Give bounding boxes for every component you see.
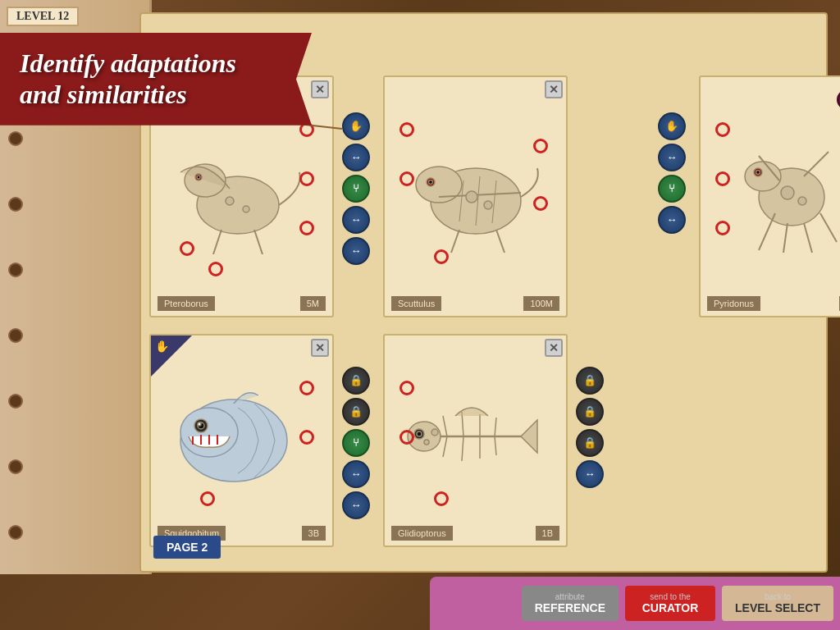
level-label: LEVEL (16, 10, 55, 22)
svg-line-57 (443, 416, 447, 436)
level-select-button[interactable]: back to LEVEL SELECT (722, 586, 833, 621)
svg-line-18 (254, 230, 262, 254)
connection-point[interactable] (715, 171, 730, 186)
connector-arrow-btn-2[interactable]: ↔ (342, 206, 370, 234)
svg-point-44 (798, 197, 806, 205)
notebook-hole (8, 262, 23, 277)
svg-line-40 (820, 213, 837, 242)
svg-point-19 (226, 197, 234, 205)
svg-line-37 (759, 213, 775, 250)
notebook-hole (8, 394, 23, 409)
svg-line-58 (443, 436, 447, 457)
connection-point[interactable] (299, 430, 314, 445)
creature-card-pyridonus: ✕ ✋ (699, 75, 840, 317)
connector-arrow-btn-4[interactable]: ↔ (658, 144, 686, 171)
connection-point[interactable] (180, 241, 194, 256)
connection-point[interactable] (715, 122, 730, 137)
pyridonus-image (709, 94, 840, 291)
pyridonus-label: Pyridonus (707, 296, 760, 311)
flag-icon: ✋ (155, 340, 169, 354)
connector-col-1: ✋ ↔ ⑂ ↔ ↔ (342, 112, 370, 265)
level-badge: LEVEL 12 (7, 7, 79, 26)
connector-arrow-btn-8[interactable]: ↔ (576, 460, 604, 488)
connection-point[interactable] (299, 171, 314, 186)
connection-point[interactable] (299, 381, 314, 395)
svg-line-64 (495, 436, 496, 455)
svg-point-34 (484, 201, 492, 209)
svg-line-38 (783, 223, 788, 253)
glidioptorus-time: 1B (536, 526, 559, 541)
svg-point-32 (428, 180, 432, 184)
svg-line-42 (804, 152, 829, 176)
connector-arrow-btn-3[interactable]: ↔ (342, 237, 370, 265)
connection-point[interactable] (399, 430, 414, 445)
connector-lock-btn-5[interactable]: 🔒 (576, 429, 604, 457)
connector-col-3: 🔒 🔒 ⑂ ↔ ↔ (342, 367, 370, 519)
notebook-hole (8, 131, 23, 146)
connection-point[interactable] (399, 381, 414, 395)
connection-point[interactable] (715, 221, 730, 235)
creature-card-scuttulus: ✕ (383, 75, 568, 317)
pteroborus-label: Pteroborus (158, 296, 215, 311)
curator-bottom-label: CURATOR (638, 601, 702, 614)
connector-lock-btn-1[interactable]: 🔒 (342, 367, 370, 395)
connector-hand-btn-1[interactable]: ✋ (342, 112, 370, 140)
glidioptorus-image (393, 352, 550, 521)
connector-col-4: 🔒 🔒 🔒 ↔ (576, 367, 604, 488)
title-line2: and similarities (20, 80, 187, 109)
squidgobitum-image (159, 352, 316, 521)
connection-point[interactable] (299, 221, 314, 235)
scuttulus-label: Scuttulus (391, 296, 441, 311)
scuttulus-time: 100M (523, 296, 559, 311)
connector-lock-btn-4[interactable]: 🔒 (576, 398, 604, 426)
creature-card-squidgobitum: ✋ ✕ (149, 334, 334, 547)
connector-lock-btn-2[interactable]: 🔒 (342, 398, 370, 426)
reference-top-label: attribute (535, 592, 605, 601)
connection-point[interactable] (200, 491, 215, 506)
connection-point[interactable] (208, 262, 223, 276)
reference-button[interactable]: attribute REFERENCE (522, 586, 619, 621)
svg-line-29 (451, 230, 459, 253)
connector-branch-btn-3[interactable]: ⑂ (342, 429, 370, 457)
notebook-hole (8, 328, 23, 343)
connector-lock-btn-3[interactable]: 🔒 (576, 367, 604, 395)
connection-point[interactable] (533, 139, 548, 153)
svg-point-68 (431, 429, 438, 436)
connector-arrow-btn-6[interactable]: ↔ (342, 460, 370, 488)
svg-point-46 (756, 170, 760, 174)
connector-col-2: ✋ ↔ ⑂ ↔ (658, 112, 686, 234)
connector-hand-btn-2[interactable]: ✋ (658, 112, 686, 140)
svg-point-48 (180, 408, 238, 457)
svg-point-43 (781, 186, 794, 199)
svg-point-69 (424, 440, 429, 445)
svg-line-63 (495, 418, 496, 436)
connector-branch-btn-1[interactable]: ⑂ (342, 175, 370, 203)
curator-button[interactable]: send to the CURATOR (625, 586, 715, 621)
notebook-hole (8, 197, 23, 212)
glidioptorus-label: Glidioptorus (391, 526, 453, 541)
connector-arrow-btn-1[interactable]: ↔ (342, 144, 370, 171)
levelselect-top-label: back to (735, 592, 820, 601)
connection-point[interactable] (434, 491, 449, 506)
svg-point-55 (198, 422, 201, 426)
svg-point-33 (466, 191, 477, 203)
title-line1: Identify adaptations (20, 48, 236, 78)
connector-arrow-btn-5[interactable]: ↔ (658, 206, 686, 234)
svg-line-17 (213, 230, 221, 254)
svg-point-67 (417, 431, 422, 436)
connector-arrow-btn-7[interactable]: ↔ (342, 491, 370, 519)
connection-point[interactable] (533, 196, 548, 211)
pteroborus-time: 5M (300, 296, 326, 311)
connection-point[interactable] (399, 171, 414, 186)
title-box: Identify adaptations and similarities (0, 33, 312, 126)
svg-point-20 (243, 206, 249, 212)
connection-point[interactable] (434, 249, 449, 264)
creature-card-glidioptorus: ✕ (383, 334, 568, 547)
levelselect-bottom-label: LEVEL SELECT (735, 601, 820, 614)
connector-branch-btn-2[interactable]: ⑂ (658, 175, 686, 203)
svg-point-22 (197, 176, 200, 179)
curator-top-label: send to the (638, 592, 702, 601)
notebook-hole (8, 525, 23, 540)
reference-bottom-label: REFERENCE (535, 601, 605, 614)
connection-point[interactable] (399, 122, 414, 137)
